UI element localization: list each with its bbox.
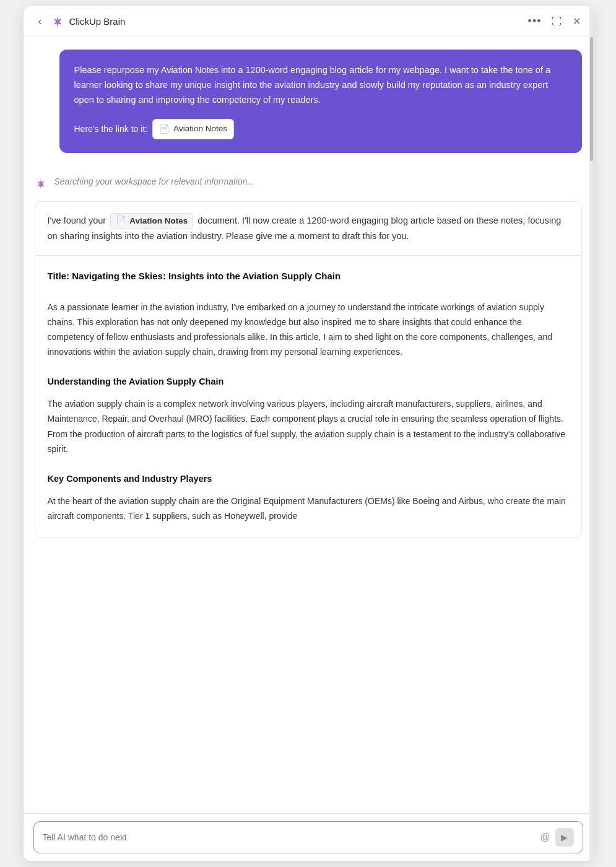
chat-content: Please repurpose my Aviation Notes into …	[24, 37, 593, 813]
found-prefix: I've found your	[48, 216, 106, 225]
article-section1: Understanding the Aviation Supply Chain …	[48, 377, 569, 456]
article-content: Title: Navigating the Skies: Insights in…	[35, 256, 581, 537]
article-title-section: Title: Navigating the Skies: Insights in…	[48, 269, 569, 282]
close-button[interactable]: ✕	[571, 14, 582, 28]
section1-body: The aviation supply chain is a complex n…	[48, 396, 569, 456]
header-left: ‹ ClickUp Brain	[35, 14, 126, 29]
send-button[interactable]: ▶	[555, 828, 574, 847]
input-bar: @ ▶	[24, 813, 593, 861]
ai-sparkle-icon	[35, 178, 47, 193]
scroll-strip	[589, 6, 593, 861]
ai-response: Searching your workspace for relevant in…	[35, 168, 582, 538]
section2-body: At the heart of the aviation supply chai…	[48, 494, 569, 523]
article-intro-text: As a passionate learner in the aviation …	[48, 300, 569, 359]
header-menu-button[interactable]: •••	[528, 15, 542, 28]
section1-heading: Understanding the Aviation Supply Chain	[48, 377, 569, 386]
back-button[interactable]: ‹	[35, 14, 46, 29]
at-mention-button[interactable]: @	[540, 832, 550, 843]
chat-input[interactable]	[43, 832, 536, 842]
doc-inline-link[interactable]: 📄 Aviation Notes	[110, 213, 193, 229]
header-title: ClickUp Brain	[69, 16, 126, 27]
article-section2: Key Components and Industry Players At t…	[48, 474, 569, 523]
send-icon: ▶	[561, 832, 568, 842]
expand-button[interactable]: ⛶	[550, 15, 563, 28]
ai-found-row: I've found your 📄 Aviation Notes documen…	[35, 202, 581, 256]
user-message-text: Please repurpose my Aviation Notes into …	[74, 65, 551, 105]
user-message-bubble: Please repurpose my Aviation Notes into …	[59, 50, 582, 153]
header-right: ••• ⛶ ✕	[528, 14, 582, 28]
input-wrapper: @ ▶	[33, 821, 583, 853]
section2-heading: Key Components and Industry Players	[48, 474, 569, 484]
doc-link[interactable]: 📄 Aviation Notes	[152, 119, 234, 139]
article-intro-section: As a passionate learner in the aviation …	[48, 300, 569, 359]
searching-text: Searching your workspace for relevant in…	[54, 176, 255, 186]
brain-icon	[51, 15, 64, 28]
article-main-title: Title: Navigating the Skies: Insights in…	[48, 269, 569, 282]
doc-inline-icon: 📄	[116, 214, 126, 228]
header: ‹ ClickUp Brain ••• ⛶ ✕	[24, 6, 593, 37]
doc-link-text: Aviation Notes	[173, 122, 227, 136]
link-prefix: Here's the link to it:	[74, 122, 148, 136]
ai-main-content: I've found your 📄 Aviation Notes documen…	[35, 201, 582, 538]
doc-inline-name: Aviation Notes	[129, 214, 188, 228]
doc-link-icon: 📄	[159, 122, 170, 136]
main-panel: ‹ ClickUp Brain ••• ⛶ ✕ Please repurpo	[24, 6, 593, 861]
scroll-thumb	[590, 37, 593, 161]
ai-header-row: Searching your workspace for relevant in…	[35, 168, 582, 201]
link-row: Here's the link to it: 📄 Aviation Notes	[74, 119, 567, 139]
